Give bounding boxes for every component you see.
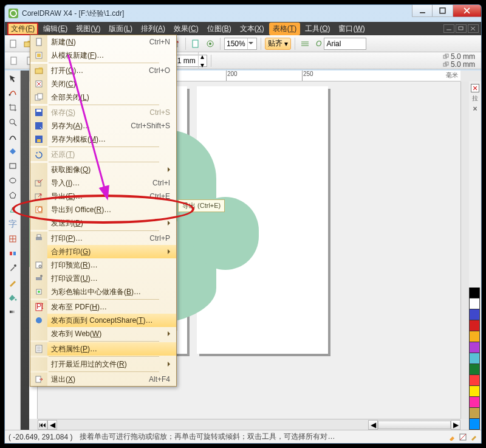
svg-rect-21 bbox=[11, 57, 16, 64]
menu-item[interactable]: 打印预览(R)… bbox=[30, 258, 176, 272]
swatch-ff2aa8[interactable] bbox=[469, 397, 480, 408]
menu-文件[interactable]: 文件(F) bbox=[7, 22, 38, 35]
swatch-ff3b3b[interactable] bbox=[469, 375, 480, 386]
menu-item[interactable]: 退出(X)Alt+F4 bbox=[30, 373, 176, 386]
menu-item[interactable]: 打开(O)…Ctrl+O bbox=[30, 64, 176, 77]
menu-表格[interactable]: 表格(T) bbox=[269, 22, 300, 35]
menu-item[interactable]: 打印(P)…Ctrl+P bbox=[30, 232, 176, 245]
menubar: 文件(F)编辑(E)视图(V)版面(L)排列(A)效果(C)位图(B)文本(X)… bbox=[5, 22, 481, 35]
mdi-restore-button[interactable] bbox=[456, 24, 467, 33]
blank-icon bbox=[30, 216, 47, 230]
exit-icon bbox=[30, 373, 47, 386]
menu-item[interactable]: 新建(N)Ctrl+N bbox=[30, 35, 176, 49]
shape-tool-icon[interactable] bbox=[7, 88, 18, 98]
no-fill-swatch[interactable] bbox=[471, 84, 479, 92]
basic-shapes-icon[interactable] bbox=[7, 204, 18, 215]
scrollbar-vertical[interactable] bbox=[460, 81, 469, 419]
blank-icon bbox=[30, 327, 47, 340]
menu-排列[interactable]: 排列(A) bbox=[137, 22, 169, 35]
new-icon[interactable] bbox=[7, 38, 19, 50]
doc-icon[interactable] bbox=[190, 38, 202, 50]
zoom-tool-icon[interactable] bbox=[7, 117, 18, 128]
menu-视图[interactable]: 视图(V) bbox=[72, 22, 104, 35]
menu-item[interactable]: 为彩色输出中心做准备(B)… bbox=[30, 285, 176, 298]
swatch-f7b11e[interactable] bbox=[469, 331, 480, 342]
menu-item[interactable]: 获取图像(Q) bbox=[30, 163, 176, 176]
menu-item[interactable]: 从模板新建(F)… bbox=[30, 49, 176, 62]
polygon-tool-icon[interactable] bbox=[7, 190, 18, 201]
window-close-button[interactable] bbox=[453, 5, 481, 17]
menu-item[interactable]: 发布到 Web(W) bbox=[30, 327, 176, 340]
new-icon bbox=[30, 35, 47, 49]
menu-item[interactable]: 发布页面到 ConceptShare(T)… bbox=[30, 314, 176, 327]
menu-item-label: 打印(P)… bbox=[47, 233, 149, 244]
scroll-left-button[interactable]: ◀ bbox=[368, 420, 378, 430]
scroll-thumb-h[interactable] bbox=[378, 421, 451, 429]
page-first-button[interactable]: ⏮ bbox=[38, 420, 47, 430]
svg-rect-56 bbox=[37, 139, 41, 142]
menu-版面[interactable]: 版面(L) bbox=[105, 22, 136, 35]
menu-item[interactable]: 关闭(C) bbox=[30, 77, 176, 91]
app-icon bbox=[9, 9, 18, 18]
interactive-tool-icon[interactable] bbox=[7, 248, 18, 259]
menu-item[interactable]: 另存为模板(M)… bbox=[30, 133, 176, 146]
window-maximize-button[interactable] bbox=[433, 5, 453, 17]
swatch-197b30[interactable] bbox=[469, 364, 480, 375]
menu-编辑[interactable]: 编辑(E) bbox=[39, 22, 71, 35]
menu-item[interactable]: 另存为(A)…Ctrl+Shift+S bbox=[30, 119, 176, 133]
menu-文本[interactable]: 文本(X) bbox=[236, 22, 268, 35]
fill-tool-icon[interactable] bbox=[7, 292, 18, 303]
swatch-ffe600[interactable] bbox=[469, 386, 480, 397]
menu-item[interactable]: 打开最近用过的文件(R) bbox=[30, 357, 176, 371]
zoom-combo[interactable]: 150% bbox=[224, 38, 257, 50]
font-combo[interactable]: Arial bbox=[324, 38, 366, 50]
font-value: Arial bbox=[326, 40, 344, 48]
ellipse-tool-icon[interactable] bbox=[7, 175, 18, 186]
eyedropper-tool-icon[interactable] bbox=[7, 263, 18, 274]
menu-窗口[interactable]: 窗口(W) bbox=[335, 22, 368, 35]
outline-tool-icon[interactable] bbox=[7, 277, 18, 288]
mdi-minimize-button[interactable] bbox=[443, 24, 454, 33]
snap-button[interactable]: 贴齐 ▾ bbox=[265, 38, 291, 50]
swatch-b13fd6[interactable] bbox=[469, 342, 480, 353]
palette-close-icon[interactable]: × bbox=[473, 105, 477, 113]
crop-tool-icon[interactable] bbox=[7, 102, 18, 113]
interactive-fill-icon[interactable] bbox=[7, 306, 18, 317]
welcome-icon[interactable] bbox=[204, 38, 216, 50]
nudge-spinner[interactable]: .1 mm▴▾ bbox=[172, 55, 207, 67]
options-icon[interactable] bbox=[299, 38, 311, 50]
menu-item[interactable]: 全部关闭(L) bbox=[30, 91, 176, 104]
menu-效果[interactable]: 效果(C) bbox=[170, 22, 202, 35]
swatch-000000[interactable] bbox=[469, 288, 480, 298]
text-tool-icon[interactable]: 字 bbox=[7, 219, 18, 230]
smart-fill-icon[interactable] bbox=[7, 146, 18, 157]
page-prev-button[interactable]: ◀ bbox=[47, 420, 57, 430]
swatch-3f48cc[interactable] bbox=[469, 309, 480, 320]
pick-tool-icon[interactable] bbox=[7, 73, 18, 84]
scrollbar-horizontal[interactable]: ⏮ ◀ ◀ ▶ bbox=[38, 419, 460, 430]
menu-item[interactable]: O导出到 Office(R)… bbox=[30, 203, 176, 216]
freehand-tool-icon[interactable] bbox=[7, 131, 18, 142]
table-tool-icon[interactable] bbox=[7, 233, 18, 244]
swatch-0091ff[interactable] bbox=[469, 419, 480, 430]
page-size-icon[interactable] bbox=[7, 54, 21, 67]
scroll-right-button[interactable]: ▶ bbox=[451, 420, 460, 430]
swatch-c4a24a[interactable] bbox=[469, 408, 480, 419]
swatch-d61f1f[interactable] bbox=[469, 320, 480, 331]
menu-item[interactable]: 打印设置(U)… bbox=[30, 272, 176, 285]
swatch-59c2d6[interactable] bbox=[469, 353, 480, 364]
menu-item[interactable]: 导出(E)…Ctrl+E bbox=[30, 190, 176, 203]
swatch-ffffff[interactable] bbox=[469, 298, 480, 309]
menu-item[interactable]: 导入(I)…Ctrl+I bbox=[30, 176, 176, 190]
rectangle-tool-icon[interactable] bbox=[7, 160, 18, 171]
menu-工具[interactable]: 工具(O) bbox=[301, 22, 334, 35]
menu-item[interactable]: 发送到(D) bbox=[30, 216, 176, 230]
saveas-icon bbox=[30, 119, 47, 133]
menu-item[interactable]: 合并打印(G) bbox=[30, 245, 176, 258]
menu-位图[interactable]: 位图(B) bbox=[204, 22, 235, 35]
menu-item[interactable]: PDF发布至 PDF(H)… bbox=[30, 300, 176, 314]
outline-status-icon bbox=[470, 433, 477, 441]
mdi-close-button[interactable] bbox=[468, 24, 479, 33]
menu-item[interactable]: 文档属性(P)… bbox=[30, 342, 176, 356]
window-minimize-button[interactable] bbox=[412, 5, 433, 17]
